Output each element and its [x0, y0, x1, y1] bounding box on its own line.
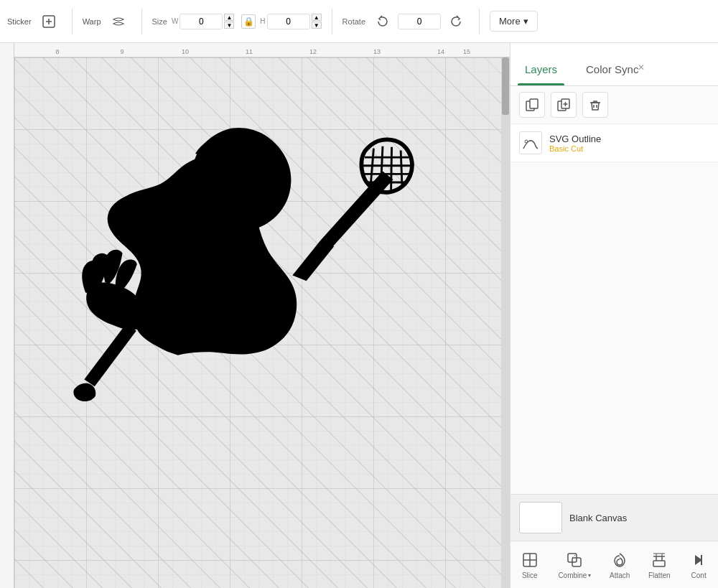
blank-canvas-section: Blank Canvas — [510, 494, 718, 541]
sep2 — [141, 9, 142, 34]
svg-line-7 — [391, 147, 392, 190]
height-up[interactable]: ▲ — [312, 14, 322, 21]
cont-button[interactable]: Cont — [683, 547, 714, 582]
cont-icon — [689, 550, 709, 570]
rotate-ccw-button[interactable] — [370, 9, 396, 34]
warp-label: Warp — [83, 17, 101, 26]
blank-canvas-thumbnail — [519, 502, 562, 533]
right-panel: Layers Color Sync ✕ — [510, 43, 718, 588]
svg-point-17 — [525, 140, 528, 143]
warp-group: Warp — [83, 9, 131, 34]
tab-layers[interactable]: Layers — [510, 56, 572, 85]
size-label: Size — [152, 17, 167, 26]
slice-button[interactable]: Slice — [514, 547, 546, 582]
scrollbar-thumb[interactable] — [502, 57, 509, 115]
panel-tabs: Layers Color Sync ✕ — [510, 43, 718, 86]
add-layer-button[interactable] — [551, 92, 577, 118]
combine-label: Combine — [558, 571, 587, 579]
layer-thumbnail — [519, 131, 542, 154]
slice-icon — [520, 550, 540, 570]
rotate-group: Rotate — [342, 9, 469, 34]
layer-name: SVG Outline — [549, 134, 709, 144]
chevron-down-icon: ▾ — [523, 16, 528, 27]
rotate-controls — [370, 9, 469, 34]
height-down[interactable]: ▼ — [312, 22, 322, 29]
attach-button[interactable]: Attach — [604, 547, 635, 582]
layer-type: Basic Cut — [549, 144, 709, 153]
slice-label: Slice — [522, 571, 538, 579]
canvas-area: 8 9 10 11 12 13 14 15 — [0, 43, 510, 588]
ruler-num-10: 10 — [182, 48, 189, 55]
ruler-num-12: 12 — [309, 48, 317, 55]
ruler-num-8: 8 — [55, 48, 59, 55]
svg-line-8 — [401, 151, 402, 187]
flatten-button[interactable]: Flatten — [643, 547, 676, 582]
svg-rect-23 — [653, 561, 665, 566]
rotate-cw-button[interactable] — [443, 9, 469, 34]
ruler-num-11: 11 — [246, 48, 253, 55]
height-input[interactable] — [267, 14, 310, 29]
delete-layer-button[interactable] — [582, 92, 608, 118]
cont-label: Cont — [691, 571, 707, 579]
ruler-num-13: 13 — [373, 48, 381, 55]
blank-canvas-label: Blank Canvas — [569, 513, 627, 523]
layer-info: SVG Outline Basic Cut — [549, 134, 709, 153]
ruler-horizontal: 8 9 10 11 12 13 14 15 — [0, 43, 510, 57]
warp-button[interactable] — [106, 9, 131, 34]
rotate-label: Rotate — [342, 17, 365, 26]
attach-icon — [610, 550, 630, 570]
height-stepper[interactable]: ▲ ▼ — [312, 14, 322, 29]
sep4 — [479, 9, 480, 34]
sticker-group: Sticker — [7, 9, 62, 34]
ruler-num-14: 14 — [437, 48, 444, 55]
scrollbar-vertical[interactable] — [501, 57, 510, 588]
panel-spacer — [510, 162, 718, 494]
ruler-vertical — [0, 43, 14, 588]
combine-icon — [564, 550, 584, 570]
panel-bottom-toolbar: Slice Combine ▾ — [510, 541, 718, 588]
svg-rect-10 — [530, 99, 538, 108]
lock-icon[interactable]: 🔒 — [241, 14, 256, 29]
sep1 — [72, 9, 73, 34]
main-area: 8 9 10 11 12 13 14 15 — [0, 43, 718, 588]
rotate-input[interactable] — [398, 14, 441, 29]
width-up[interactable]: ▲ — [224, 14, 234, 21]
flatten-icon — [649, 550, 669, 570]
more-button[interactable]: More ▾ — [490, 11, 538, 32]
flatten-label: Flatten — [648, 571, 671, 579]
combine-with-arrow[interactable]: Combine ▾ — [558, 571, 591, 579]
combine-dropdown-icon: ▾ — [588, 572, 591, 579]
width-stepper[interactable]: ▲ ▼ — [224, 14, 234, 29]
layer-item[interactable]: SVG Outline Basic Cut — [510, 124, 718, 162]
sep3 — [332, 9, 332, 34]
tab-color-sync[interactable]: Color Sync ✕ — [572, 56, 653, 85]
top-toolbar: Sticker Warp Size W ▲ ▼ — [0, 0, 718, 43]
size-group: Size W ▲ ▼ 🔒 H ▲ ▼ — [152, 14, 322, 29]
combine-button[interactable]: Combine ▾ — [552, 547, 597, 582]
sticker-button[interactable] — [36, 9, 62, 34]
ruler-num-9: 9 — [120, 48, 123, 55]
color-sync-close-icon[interactable]: ✕ — [635, 62, 647, 73]
width-down[interactable]: ▼ — [224, 22, 234, 29]
width-input[interactable] — [180, 14, 223, 29]
sticker-label: Sticker — [7, 17, 32, 26]
panel-toolbar — [510, 86, 718, 124]
ruler-num-15: 15 — [463, 48, 470, 55]
art-container[interactable] — [29, 86, 445, 402]
attach-label: Attach — [610, 571, 630, 579]
duplicate-layer-button[interactable] — [519, 92, 545, 118]
